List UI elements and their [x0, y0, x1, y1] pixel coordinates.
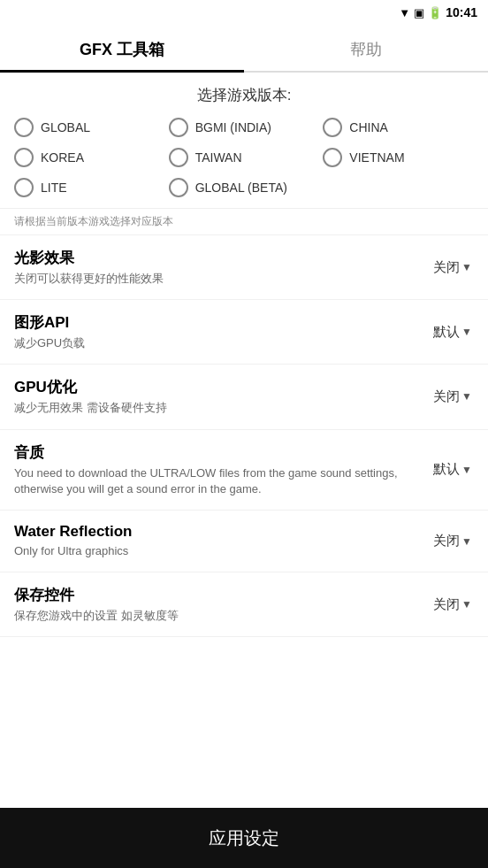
tab-bar: GFX 工具箱 帮助: [0, 25, 488, 73]
radio-global-beta[interactable]: [169, 178, 188, 197]
apply-button-label: 应用设定: [209, 826, 279, 850]
setting-desc-gpu-opt: 减少无用效果 需设备硬件支持: [14, 400, 417, 416]
setting-info-lighting: 光影效果 关闭可以获得更好的性能效果: [14, 248, 428, 287]
radio-korea[interactable]: [14, 148, 34, 167]
status-icons: ▼ ▣ 🔋 10:41: [399, 5, 477, 19]
version-label-china: CHINA: [349, 120, 388, 134]
wifi-icon: ▼: [399, 6, 410, 19]
setting-title-graphics-api: 图形API: [14, 312, 417, 333]
version-option-global-beta[interactable]: GLOBAL (BETA): [169, 176, 474, 199]
lighting-value: 关闭: [433, 259, 460, 276]
chevron-down-icon: ▼: [461, 464, 472, 476]
setting-control-lighting: 关闭 ▼: [428, 256, 474, 280]
version-option-korea[interactable]: KOREA: [14, 146, 165, 169]
chevron-down-icon: ▼: [461, 326, 472, 338]
tab-main[interactable]: GFX 工具箱: [0, 25, 244, 71]
gpu-opt-value: 关闭: [433, 388, 460, 405]
tab-help[interactable]: 帮助: [244, 25, 488, 71]
setting-control-save-controls: 关闭 ▼: [428, 593, 474, 617]
battery-icon: 🔋: [428, 6, 442, 19]
radio-vietnam[interactable]: [323, 148, 342, 167]
lighting-dropdown[interactable]: 关闭 ▼: [431, 256, 474, 280]
setting-audio: 音质 You need to download the ULTRA/LOW fi…: [0, 430, 488, 511]
setting-control-audio: 默认 ▼: [428, 457, 474, 481]
status-bar: ▼ ▣ 🔋 10:41: [0, 0, 488, 25]
setting-title-lighting: 光影效果: [14, 248, 417, 268]
setting-control-gpu-opt: 关闭 ▼: [428, 385, 474, 409]
setting-desc-save-controls: 保存您游戏中的设置 如灵敏度等: [14, 608, 417, 624]
setting-graphics-api: 图形API 减少GPU负载 默认 ▼: [0, 300, 488, 365]
version-option-lite[interactable]: LITE: [14, 176, 165, 199]
gpu-opt-dropdown[interactable]: 关闭 ▼: [431, 385, 474, 409]
version-label-global-beta: GLOBAL (BETA): [195, 181, 287, 195]
notice-text: 请根据当前版本游戏选择对应版本: [0, 209, 488, 235]
version-option-taiwan[interactable]: TAIWAN: [169, 146, 320, 169]
setting-info-water-reflection: Water Reflection Only for Ultra graphics: [14, 523, 428, 559]
main-content: 选择游戏版本: GLOBAL BGMI (INDIA) CHINA KOREA …: [0, 73, 488, 808]
apply-bar[interactable]: 应用设定: [0, 808, 488, 868]
setting-info-save-controls: 保存控件 保存您游戏中的设置 如灵敏度等: [14, 585, 428, 624]
chevron-down-icon: ▼: [461, 535, 472, 548]
chevron-down-icon: ▼: [461, 598, 472, 611]
setting-info-audio: 音质 You need to download the ULTRA/LOW fi…: [14, 442, 428, 497]
sim-icon: ▣: [414, 6, 424, 19]
version-label-vietnam: VIETNAM: [349, 150, 404, 165]
water-reflection-value: 关闭: [433, 533, 460, 549]
version-option-china[interactable]: CHINA: [323, 116, 474, 139]
save-controls-dropdown[interactable]: 关闭 ▼: [431, 593, 474, 617]
setting-desc-lighting: 关闭可以获得更好的性能效果: [14, 271, 417, 287]
version-option-global[interactable]: GLOBAL: [14, 116, 165, 139]
version-label-taiwan: TAIWAN: [195, 150, 242, 165]
radio-taiwan[interactable]: [169, 148, 188, 167]
setting-control-graphics-api: 默认 ▼: [428, 320, 474, 344]
version-label-bgmi: BGMI (INDIA): [195, 120, 271, 134]
version-title: 选择游戏版本:: [14, 85, 474, 105]
version-label-korea: KOREA: [41, 150, 84, 165]
save-controls-value: 关闭: [433, 596, 460, 613]
audio-dropdown[interactable]: 默认 ▼: [431, 457, 474, 481]
setting-info-gpu-opt: GPU优化 减少无用效果 需设备硬件支持: [14, 377, 428, 416]
setting-title-water-reflection: Water Reflection: [14, 523, 417, 541]
radio-bgmi[interactable]: [169, 118, 188, 137]
setting-water-reflection: Water Reflection Only for Ultra graphics…: [0, 511, 488, 572]
version-section: 选择游戏版本: GLOBAL BGMI (INDIA) CHINA KOREA …: [0, 73, 488, 209]
radio-china[interactable]: [323, 118, 342, 137]
version-grid: GLOBAL BGMI (INDIA) CHINA KOREA TAIWAN V: [14, 116, 474, 199]
setting-desc-graphics-api: 减少GPU负载: [14, 335, 417, 351]
setting-control-water-reflection: 关闭 ▼: [428, 529, 474, 553]
radio-global[interactable]: [14, 118, 34, 137]
setting-title-gpu-opt: GPU优化: [14, 377, 417, 397]
chevron-down-icon: ▼: [461, 390, 472, 403]
audio-value: 默认: [433, 461, 460, 478]
setting-save-controls: 保存控件 保存您游戏中的设置 如灵敏度等 关闭 ▼: [0, 572, 488, 637]
chevron-down-icon: ▼: [461, 261, 472, 273]
version-option-vietnam[interactable]: VIETNAM: [323, 146, 474, 169]
graphics-api-value: 默认: [433, 324, 460, 341]
setting-info-graphics-api: 图形API 减少GPU负载: [14, 312, 428, 351]
graphics-api-dropdown[interactable]: 默认 ▼: [431, 320, 474, 344]
setting-desc-water-reflection: Only for Ultra graphics: [14, 543, 417, 559]
radio-lite[interactable]: [14, 178, 34, 197]
water-reflection-dropdown[interactable]: 关闭 ▼: [431, 529, 474, 553]
status-time: 10:41: [446, 5, 477, 19]
settings-list: 光影效果 关闭可以获得更好的性能效果 关闭 ▼ 图形API 减少GPU负载 默认…: [0, 235, 488, 637]
setting-desc-audio: You need to download the ULTRA/LOW files…: [14, 465, 417, 497]
setting-title-audio: 音质: [14, 442, 417, 463]
setting-lighting: 光影效果 关闭可以获得更好的性能效果 关闭 ▼: [0, 235, 488, 300]
setting-title-save-controls: 保存控件: [14, 585, 417, 605]
version-option-bgmi[interactable]: BGMI (INDIA): [169, 116, 320, 139]
version-label-lite: LITE: [41, 181, 67, 195]
setting-gpu-opt: GPU优化 减少无用效果 需设备硬件支持 关闭 ▼: [0, 365, 488, 429]
version-label-global: GLOBAL: [41, 120, 90, 134]
